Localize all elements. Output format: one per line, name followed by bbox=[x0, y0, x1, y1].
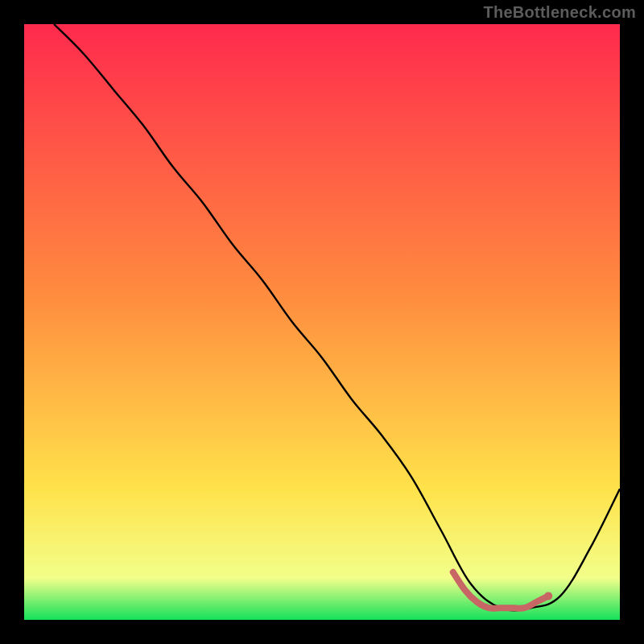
chart-container: TheBottleneck.com bbox=[0, 0, 644, 644]
gradient-background bbox=[24, 24, 620, 620]
chart-svg bbox=[24, 24, 620, 620]
plot-area bbox=[24, 24, 620, 620]
watermark-text: TheBottleneck.com bbox=[483, 3, 636, 22]
highlight-band-end-dot bbox=[544, 592, 552, 600]
